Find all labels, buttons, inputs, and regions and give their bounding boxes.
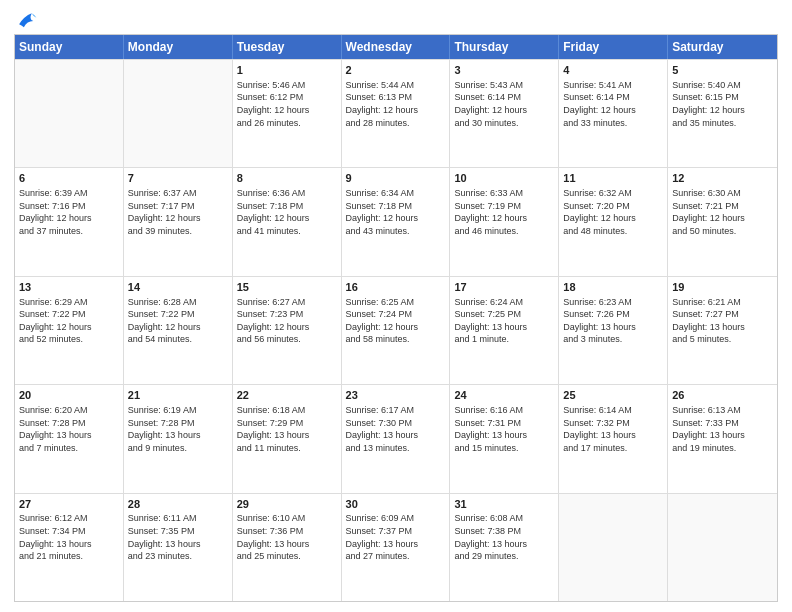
day-number: 23 bbox=[346, 388, 446, 403]
day-number: 10 bbox=[454, 171, 554, 186]
cal-cell: 23Sunrise: 6:17 AM Sunset: 7:30 PM Dayli… bbox=[342, 385, 451, 492]
cal-cell: 19Sunrise: 6:21 AM Sunset: 7:27 PM Dayli… bbox=[668, 277, 777, 384]
day-number: 28 bbox=[128, 497, 228, 512]
calendar-row-2: 13Sunrise: 6:29 AM Sunset: 7:22 PM Dayli… bbox=[15, 276, 777, 384]
day-info: Sunrise: 6:28 AM Sunset: 7:22 PM Dayligh… bbox=[128, 296, 228, 346]
day-number: 16 bbox=[346, 280, 446, 295]
header-cell-friday: Friday bbox=[559, 35, 668, 59]
header bbox=[14, 10, 778, 28]
day-info: Sunrise: 6:39 AM Sunset: 7:16 PM Dayligh… bbox=[19, 187, 119, 237]
cal-cell: 3Sunrise: 5:43 AM Sunset: 6:14 PM Daylig… bbox=[450, 60, 559, 167]
day-number: 9 bbox=[346, 171, 446, 186]
calendar-body: 1Sunrise: 5:46 AM Sunset: 6:12 PM Daylig… bbox=[15, 59, 777, 601]
day-info: Sunrise: 6:29 AM Sunset: 7:22 PM Dayligh… bbox=[19, 296, 119, 346]
cal-cell: 9Sunrise: 6:34 AM Sunset: 7:18 PM Daylig… bbox=[342, 168, 451, 275]
cal-cell: 5Sunrise: 5:40 AM Sunset: 6:15 PM Daylig… bbox=[668, 60, 777, 167]
day-number: 6 bbox=[19, 171, 119, 186]
cal-cell: 11Sunrise: 6:32 AM Sunset: 7:20 PM Dayli… bbox=[559, 168, 668, 275]
day-info: Sunrise: 6:12 AM Sunset: 7:34 PM Dayligh… bbox=[19, 512, 119, 562]
day-info: Sunrise: 6:32 AM Sunset: 7:20 PM Dayligh… bbox=[563, 187, 663, 237]
day-number: 18 bbox=[563, 280, 663, 295]
cal-cell: 16Sunrise: 6:25 AM Sunset: 7:24 PM Dayli… bbox=[342, 277, 451, 384]
cal-cell: 29Sunrise: 6:10 AM Sunset: 7:36 PM Dayli… bbox=[233, 494, 342, 601]
day-info: Sunrise: 6:34 AM Sunset: 7:18 PM Dayligh… bbox=[346, 187, 446, 237]
cal-cell: 21Sunrise: 6:19 AM Sunset: 7:28 PM Dayli… bbox=[124, 385, 233, 492]
day-info: Sunrise: 6:20 AM Sunset: 7:28 PM Dayligh… bbox=[19, 404, 119, 454]
day-number: 26 bbox=[672, 388, 773, 403]
day-info: Sunrise: 5:41 AM Sunset: 6:14 PM Dayligh… bbox=[563, 79, 663, 129]
cal-cell: 31Sunrise: 6:08 AM Sunset: 7:38 PM Dayli… bbox=[450, 494, 559, 601]
cal-cell: 1Sunrise: 5:46 AM Sunset: 6:12 PM Daylig… bbox=[233, 60, 342, 167]
day-number: 12 bbox=[672, 171, 773, 186]
logo-bird-icon bbox=[16, 10, 38, 32]
day-info: Sunrise: 6:30 AM Sunset: 7:21 PM Dayligh… bbox=[672, 187, 773, 237]
day-info: Sunrise: 6:27 AM Sunset: 7:23 PM Dayligh… bbox=[237, 296, 337, 346]
calendar-header-row: SundayMondayTuesdayWednesdayThursdayFrid… bbox=[15, 35, 777, 59]
cal-cell: 4Sunrise: 5:41 AM Sunset: 6:14 PM Daylig… bbox=[559, 60, 668, 167]
day-info: Sunrise: 6:23 AM Sunset: 7:26 PM Dayligh… bbox=[563, 296, 663, 346]
day-number: 11 bbox=[563, 171, 663, 186]
day-number: 24 bbox=[454, 388, 554, 403]
day-number: 21 bbox=[128, 388, 228, 403]
cal-cell bbox=[668, 494, 777, 601]
header-cell-tuesday: Tuesday bbox=[233, 35, 342, 59]
day-number: 3 bbox=[454, 63, 554, 78]
day-number: 29 bbox=[237, 497, 337, 512]
calendar-row-1: 6Sunrise: 6:39 AM Sunset: 7:16 PM Daylig… bbox=[15, 167, 777, 275]
day-number: 17 bbox=[454, 280, 554, 295]
page: SundayMondayTuesdayWednesdayThursdayFrid… bbox=[0, 0, 792, 612]
cal-cell: 13Sunrise: 6:29 AM Sunset: 7:22 PM Dayli… bbox=[15, 277, 124, 384]
cal-cell: 20Sunrise: 6:20 AM Sunset: 7:28 PM Dayli… bbox=[15, 385, 124, 492]
day-info: Sunrise: 6:17 AM Sunset: 7:30 PM Dayligh… bbox=[346, 404, 446, 454]
calendar: SundayMondayTuesdayWednesdayThursdayFrid… bbox=[14, 34, 778, 602]
cal-cell: 8Sunrise: 6:36 AM Sunset: 7:18 PM Daylig… bbox=[233, 168, 342, 275]
header-cell-wednesday: Wednesday bbox=[342, 35, 451, 59]
day-number: 13 bbox=[19, 280, 119, 295]
day-number: 19 bbox=[672, 280, 773, 295]
day-number: 4 bbox=[563, 63, 663, 78]
cal-cell: 30Sunrise: 6:09 AM Sunset: 7:37 PM Dayli… bbox=[342, 494, 451, 601]
cal-cell: 7Sunrise: 6:37 AM Sunset: 7:17 PM Daylig… bbox=[124, 168, 233, 275]
cal-cell: 12Sunrise: 6:30 AM Sunset: 7:21 PM Dayli… bbox=[668, 168, 777, 275]
day-info: Sunrise: 5:43 AM Sunset: 6:14 PM Dayligh… bbox=[454, 79, 554, 129]
day-info: Sunrise: 6:09 AM Sunset: 7:37 PM Dayligh… bbox=[346, 512, 446, 562]
cal-cell: 25Sunrise: 6:14 AM Sunset: 7:32 PM Dayli… bbox=[559, 385, 668, 492]
day-info: Sunrise: 6:25 AM Sunset: 7:24 PM Dayligh… bbox=[346, 296, 446, 346]
cal-cell: 17Sunrise: 6:24 AM Sunset: 7:25 PM Dayli… bbox=[450, 277, 559, 384]
day-info: Sunrise: 6:18 AM Sunset: 7:29 PM Dayligh… bbox=[237, 404, 337, 454]
day-info: Sunrise: 6:37 AM Sunset: 7:17 PM Dayligh… bbox=[128, 187, 228, 237]
cal-cell bbox=[15, 60, 124, 167]
day-number: 15 bbox=[237, 280, 337, 295]
cal-cell: 24Sunrise: 6:16 AM Sunset: 7:31 PM Dayli… bbox=[450, 385, 559, 492]
day-info: Sunrise: 6:36 AM Sunset: 7:18 PM Dayligh… bbox=[237, 187, 337, 237]
cal-cell: 28Sunrise: 6:11 AM Sunset: 7:35 PM Dayli… bbox=[124, 494, 233, 601]
day-number: 22 bbox=[237, 388, 337, 403]
day-info: Sunrise: 6:14 AM Sunset: 7:32 PM Dayligh… bbox=[563, 404, 663, 454]
calendar-row-3: 20Sunrise: 6:20 AM Sunset: 7:28 PM Dayli… bbox=[15, 384, 777, 492]
cal-cell: 26Sunrise: 6:13 AM Sunset: 7:33 PM Dayli… bbox=[668, 385, 777, 492]
day-info: Sunrise: 5:44 AM Sunset: 6:13 PM Dayligh… bbox=[346, 79, 446, 129]
header-cell-monday: Monday bbox=[124, 35, 233, 59]
day-info: Sunrise: 6:08 AM Sunset: 7:38 PM Dayligh… bbox=[454, 512, 554, 562]
cal-cell: 27Sunrise: 6:12 AM Sunset: 7:34 PM Dayli… bbox=[15, 494, 124, 601]
day-info: Sunrise: 6:19 AM Sunset: 7:28 PM Dayligh… bbox=[128, 404, 228, 454]
cal-cell: 10Sunrise: 6:33 AM Sunset: 7:19 PM Dayli… bbox=[450, 168, 559, 275]
logo bbox=[14, 10, 38, 28]
header-cell-thursday: Thursday bbox=[450, 35, 559, 59]
day-number: 8 bbox=[237, 171, 337, 186]
day-info: Sunrise: 6:11 AM Sunset: 7:35 PM Dayligh… bbox=[128, 512, 228, 562]
day-number: 1 bbox=[237, 63, 337, 78]
day-info: Sunrise: 6:33 AM Sunset: 7:19 PM Dayligh… bbox=[454, 187, 554, 237]
day-number: 7 bbox=[128, 171, 228, 186]
day-number: 25 bbox=[563, 388, 663, 403]
day-number: 20 bbox=[19, 388, 119, 403]
day-number: 5 bbox=[672, 63, 773, 78]
cal-cell bbox=[559, 494, 668, 601]
day-number: 30 bbox=[346, 497, 446, 512]
day-number: 27 bbox=[19, 497, 119, 512]
day-info: Sunrise: 6:13 AM Sunset: 7:33 PM Dayligh… bbox=[672, 404, 773, 454]
day-info: Sunrise: 6:10 AM Sunset: 7:36 PM Dayligh… bbox=[237, 512, 337, 562]
calendar-row-0: 1Sunrise: 5:46 AM Sunset: 6:12 PM Daylig… bbox=[15, 59, 777, 167]
cal-cell: 15Sunrise: 6:27 AM Sunset: 7:23 PM Dayli… bbox=[233, 277, 342, 384]
cal-cell: 22Sunrise: 6:18 AM Sunset: 7:29 PM Dayli… bbox=[233, 385, 342, 492]
